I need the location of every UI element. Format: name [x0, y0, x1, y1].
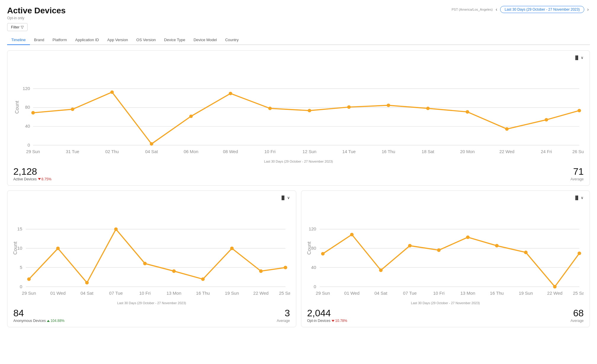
svg-text:13 Mon: 13 Mon — [460, 291, 475, 296]
optin-chart-stats: 2,044 Opt-in Devices 10.78% 68 Average — [307, 308, 584, 323]
svg-point-81 — [437, 248, 441, 252]
svg-text:13 Mon: 13 Mon — [167, 291, 181, 296]
svg-point-57 — [284, 266, 287, 269]
svg-text:10 Fri: 10 Fri — [433, 291, 444, 296]
optin-trend-down-arrow — [332, 320, 334, 322]
svg-point-56 — [259, 269, 263, 273]
date-prev-button[interactable]: ‹ — [494, 6, 498, 13]
svg-point-54 — [201, 277, 205, 281]
tab-device-model[interactable]: Device Model — [189, 35, 221, 45]
svg-text:06 Mon: 06 Mon — [184, 149, 198, 154]
main-chart-type-button[interactable]: ▐▌ ∨ — [574, 55, 584, 60]
date-next-button[interactable]: › — [586, 6, 590, 13]
anon-total-count: 84 — [13, 308, 65, 319]
tab-timeline[interactable]: Timeline — [7, 35, 30, 45]
svg-text:120: 120 — [309, 226, 316, 231]
optin-chart-type-button[interactable]: ▐▌ ∨ — [574, 195, 584, 200]
optin-chart-dropdown-icon: ∨ — [581, 195, 584, 200]
tab-os-version[interactable]: OS Version — [132, 35, 160, 45]
svg-text:29 Sun: 29 Sun — [316, 291, 330, 296]
anon-chart-type-button[interactable]: ▐▌ ∨ — [280, 195, 290, 200]
svg-point-77 — [321, 252, 324, 255]
anon-chart-card: ▐▌ ∨ 0 5 10 15 Count — [7, 190, 296, 327]
svg-text:40: 40 — [25, 124, 30, 129]
svg-point-12 — [150, 142, 153, 146]
anon-chart-bar-icon: ▐▌ — [280, 195, 286, 200]
svg-point-80 — [408, 244, 412, 247]
main-chart-svg: 0 40 80 120 Count — [13, 61, 584, 158]
optin-trend-indicator: 10.78% — [332, 319, 347, 323]
svg-point-53 — [172, 269, 176, 273]
svg-text:29 Sun: 29 Sun — [26, 149, 40, 154]
svg-text:120: 120 — [23, 86, 30, 91]
svg-point-18 — [387, 104, 390, 107]
optin-stat-right: 68 Average — [571, 308, 584, 323]
svg-point-16 — [308, 109, 311, 112]
svg-point-23 — [577, 109, 581, 112]
tab-application-id[interactable]: Application ID — [71, 35, 103, 45]
svg-text:04 Sat: 04 Sat — [145, 149, 158, 154]
svg-text:10 Fri: 10 Fri — [139, 291, 151, 296]
svg-point-49 — [56, 246, 60, 250]
svg-text:07 Tue: 07 Tue — [109, 291, 123, 296]
anon-avg-count: 3 — [277, 308, 290, 319]
chart-dropdown-icon: ∨ — [581, 55, 584, 60]
svg-point-82 — [466, 235, 470, 239]
main-chart-stats: 2,128 Active Devices 8.75% 71 Average — [13, 166, 584, 181]
optin-chart-card: ▐▌ ∨ 0 40 80 120 Count — [301, 190, 590, 327]
svg-text:19 Sun: 19 Sun — [225, 291, 239, 296]
main-chart-area: 0 40 80 120 Count — [13, 61, 584, 158]
svg-text:5: 5 — [20, 265, 22, 270]
svg-text:20 Mon: 20 Mon — [460, 149, 475, 154]
tab-app-version[interactable]: App Version — [103, 35, 132, 45]
svg-point-83 — [495, 244, 498, 247]
svg-text:10 Fri: 10 Fri — [264, 149, 276, 154]
anon-total-label: Anonymous Devices 104.88% — [13, 319, 65, 323]
trend-down-arrow — [38, 178, 41, 180]
svg-point-55 — [230, 246, 234, 250]
svg-text:24 Fri: 24 Fri — [541, 149, 552, 154]
main-chart-stat-left: 2,128 Active Devices 8.75% — [13, 166, 52, 181]
svg-point-86 — [577, 251, 581, 255]
svg-point-14 — [229, 92, 232, 95]
filter-icon: ▽ — [21, 25, 24, 29]
date-range-button[interactable]: Last 30 Days (29 October - 27 November 2… — [500, 6, 584, 13]
svg-point-21 — [505, 127, 509, 131]
tab-bar: Timeline Brand Platform Application ID A… — [7, 35, 590, 45]
anon-chart-stats: 84 Anonymous Devices 104.88% 3 Average — [13, 308, 290, 323]
svg-point-22 — [545, 118, 548, 121]
svg-text:40: 40 — [311, 265, 316, 270]
svg-text:22 Wed: 22 Wed — [547, 291, 562, 296]
main-avg-label: Average — [571, 177, 584, 181]
optin-chart-caption: Last 30 Days (29 October - 27 November 2… — [307, 301, 584, 305]
tab-device-type[interactable]: Device Type — [160, 35, 189, 45]
svg-text:14 Tue: 14 Tue — [342, 149, 356, 154]
svg-text:26 Sun: 26 Sun — [572, 149, 584, 154]
svg-text:22 Wed: 22 Wed — [253, 291, 269, 296]
tab-brand[interactable]: Brand — [30, 35, 49, 45]
svg-text:80: 80 — [25, 105, 30, 110]
main-chart-card: ▐▌ ∨ 0 40 80 120 Count — [7, 50, 590, 186]
svg-text:22 Wed: 22 Wed — [499, 149, 514, 154]
optin-total-label: Opt-in Devices 10.78% — [307, 319, 347, 323]
page-subtitle: Opt-in only — [7, 16, 66, 20]
filter-button[interactable]: Filter ▽ — [7, 23, 28, 31]
svg-text:Count: Count — [307, 241, 312, 255]
svg-point-9 — [31, 111, 35, 115]
svg-text:02 Thu: 02 Thu — [105, 149, 119, 154]
svg-point-50 — [85, 281, 89, 284]
tab-platform[interactable]: Platform — [48, 35, 71, 45]
svg-text:16 Thu: 16 Thu — [382, 149, 395, 154]
svg-text:Count: Count — [13, 241, 18, 255]
svg-text:04 Sat: 04 Sat — [374, 291, 387, 296]
svg-text:Count: Count — [14, 101, 20, 114]
svg-text:0: 0 — [28, 143, 30, 147]
timezone-label: PST (America/Los_Angeles) — [452, 8, 493, 11]
anon-avg-label: Average — [277, 319, 290, 323]
optin-stat-left: 2,044 Opt-in Devices 10.78% — [307, 308, 347, 323]
tab-country[interactable]: Country — [221, 35, 243, 45]
main-avg-count: 71 — [571, 166, 584, 177]
svg-point-15 — [268, 107, 272, 110]
svg-text:25 Sat: 25 Sat — [573, 291, 584, 296]
svg-point-48 — [27, 277, 31, 281]
